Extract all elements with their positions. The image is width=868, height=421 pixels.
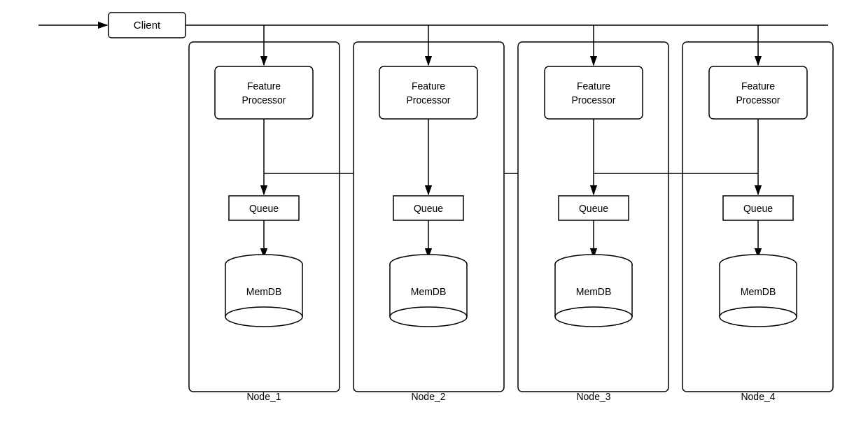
fp4-box <box>709 66 807 119</box>
db1-bottom <box>225 307 302 327</box>
fp4-label-line1: Feature <box>741 80 775 92</box>
node3-label: Node_3 <box>576 391 610 402</box>
node4-label: Node_4 <box>741 391 775 402</box>
fp1-label-line2: Processor <box>241 94 286 106</box>
fp4-label-line2: Processor <box>736 94 780 106</box>
fp3-label-line2: Processor <box>571 94 615 106</box>
db4-bottom <box>720 307 797 327</box>
db4-label: MemDB <box>741 286 776 297</box>
node2-label: Node_2 <box>411 391 445 402</box>
fp1-box <box>215 66 313 119</box>
db1-label: MemDB <box>246 286 282 297</box>
queue1-label: Queue <box>249 203 279 214</box>
node1-label: Node_1 <box>246 391 281 402</box>
architecture-diagram: Client Node_1 Feature Processor Queue <box>0 0 868 421</box>
db2-bottom <box>390 307 467 327</box>
fp3-box <box>545 66 643 119</box>
db3-label: MemDB <box>576 286 612 297</box>
db2-label: MemDB <box>411 286 447 297</box>
diagram-container: Client Node_1 Feature Processor Queue <box>0 0 868 421</box>
fp2-box <box>379 66 477 119</box>
fp2-label-line1: Feature <box>412 80 445 92</box>
queue2-label: Queue <box>414 203 443 214</box>
client-label: Client <box>134 19 161 31</box>
queue4-label: Queue <box>743 203 773 214</box>
db3-bottom <box>555 307 632 327</box>
fp3-label-line1: Feature <box>577 80 610 92</box>
queue3-label: Queue <box>579 203 608 214</box>
fp2-label-line2: Processor <box>406 94 450 106</box>
fp1-label-line1: Feature <box>247 80 281 92</box>
